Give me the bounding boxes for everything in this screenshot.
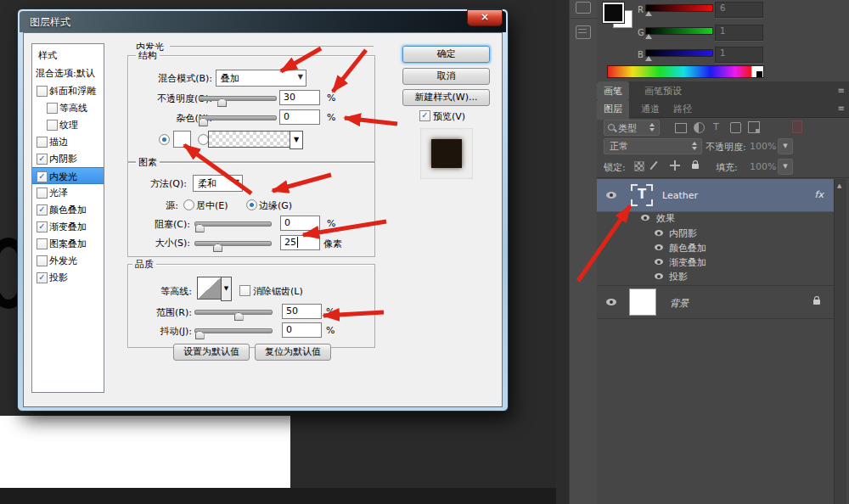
source-edge-radio[interactable] (246, 199, 257, 210)
green-slider-track[interactable] (645, 27, 713, 35)
layers-scrollbar[interactable]: ▲ (834, 179, 846, 504)
styles-item-contour[interactable]: 等高线 (32, 99, 104, 116)
styles-item-bevel-emboss[interactable]: 斜面和浮雕 (32, 82, 104, 99)
foreground-color-swatch[interactable] (603, 3, 624, 23)
set-default-button[interactable]: 设置为默认值 (173, 344, 250, 361)
styles-item-inner-glow-selected[interactable]: ✓ 内发光 (32, 167, 104, 184)
styles-item-gradient-overlay[interactable]: ✓ 渐变叠加 (32, 218, 104, 235)
opacity-slider-thumb[interactable] (217, 98, 227, 107)
styles-item-color-overlay[interactable]: ✓ 颜色叠加 (32, 201, 104, 218)
text-layer-thumbnail[interactable]: T (631, 184, 653, 206)
contour-dropdown-button[interactable]: ▼ (221, 277, 232, 301)
red-value-field[interactable]: 6 (715, 2, 763, 18)
red-slider-thumb[interactable] (645, 11, 652, 16)
source-center-radio[interactable] (183, 199, 194, 210)
layer-filter-combo[interactable]: 类型 (604, 120, 660, 136)
opacity-field[interactable]: 30 (279, 90, 320, 105)
size-slider[interactable] (194, 241, 272, 246)
color-ramp[interactable] (607, 65, 764, 78)
glow-color-radio[interactable] (159, 134, 170, 145)
range-slider-thumb[interactable] (234, 312, 244, 321)
style-checkbox[interactable]: ✓ (37, 272, 48, 283)
panel-menu-icon[interactable]: ≡ (838, 104, 845, 113)
dialog-titlebar[interactable]: 图层样式 (20, 11, 506, 32)
blend-mode-combo[interactable]: 叠加 ▼ (216, 70, 306, 87)
green-value-field[interactable]: 1 (715, 25, 763, 41)
filter-toggle-icon[interactable] (792, 120, 802, 133)
close-button[interactable]: × (467, 9, 503, 26)
technique-combo[interactable]: 柔和 ▼ (193, 175, 243, 192)
styles-item-texture[interactable]: 纹理 (32, 116, 104, 133)
range-field[interactable]: 50 (282, 304, 322, 319)
style-checkbox[interactable]: ✓ (37, 204, 48, 216)
effect-item[interactable]: 渐变叠加 (669, 256, 706, 269)
tab-paths[interactable]: 路径 (666, 99, 699, 120)
layer-opacity-dropdown[interactable]: ▼ (778, 138, 793, 154)
style-checkbox[interactable]: ✓ (37, 221, 48, 232)
layer-fx-badge[interactable]: fx (815, 189, 824, 200)
styles-item-inner-shadow[interactable]: ✓ 内阴影 (32, 150, 104, 167)
scrollbar-up-icon[interactable]: ▲ (837, 182, 841, 189)
jitter-slider[interactable] (194, 328, 273, 333)
jitter-slider-thumb[interactable] (195, 331, 205, 339)
ok-button[interactable]: 确定 (402, 46, 490, 63)
filter-pixel-layers-icon[interactable] (675, 123, 687, 133)
style-checkbox[interactable]: ✓ (37, 154, 48, 165)
contour-thumbnail[interactable] (197, 277, 222, 300)
range-slider[interactable] (194, 310, 273, 315)
visibility-eye-icon[interactable] (655, 273, 663, 279)
new-style-button[interactable]: 新建样式(W)... (402, 89, 490, 106)
visibility-eye-icon[interactable] (655, 259, 663, 265)
effects-header[interactable]: 效果 (656, 212, 675, 225)
style-checkbox[interactable] (47, 120, 58, 131)
size-slider-thumb[interactable] (213, 244, 222, 252)
effect-item[interactable]: 内阴影 (669, 227, 697, 240)
filter-adjustment-layers-icon[interactable] (694, 122, 705, 133)
choke-field[interactable]: 0 (280, 216, 320, 231)
layer-opacity-value[interactable]: 100% (750, 141, 776, 152)
panel-menu-icon[interactable]: ≡ (838, 86, 845, 95)
filter-type-layers-icon[interactable]: T (713, 121, 719, 132)
glow-color-swatch[interactable] (173, 131, 191, 148)
jitter-field[interactable]: 0 (282, 322, 322, 338)
size-field[interactable]: 25 (280, 235, 320, 250)
dock-brush-icon[interactable] (576, 2, 591, 14)
background-layer-thumbnail[interactable] (629, 288, 656, 316)
visibility-eye-icon[interactable] (655, 230, 663, 236)
style-checkbox[interactable] (47, 103, 58, 114)
visibility-eye-icon[interactable] (641, 215, 649, 221)
tab-layers[interactable]: 图层 (597, 99, 629, 120)
visibility-eye-icon[interactable] (606, 192, 616, 199)
preview-checkbox[interactable]: ✓ (419, 110, 430, 121)
blue-value-field[interactable]: 1 (715, 47, 763, 63)
gradient-dropdown-button[interactable]: ▼ (290, 131, 303, 149)
styles-item-drop-shadow[interactable]: ✓ 投影 (32, 269, 104, 286)
style-checkbox[interactable] (37, 255, 48, 266)
styles-item-blending-options[interactable]: 混合选项:默认 (32, 64, 104, 81)
layer-name[interactable]: Leather (662, 190, 698, 201)
lock-all-icon[interactable] (692, 164, 699, 169)
effect-item[interactable]: 颜色叠加 (669, 242, 706, 255)
style-checkbox[interactable] (37, 86, 48, 97)
styles-item-pattern-overlay[interactable]: 图案叠加 (32, 235, 104, 252)
tab-channels[interactable]: 通道 (634, 99, 666, 120)
glow-gradient-bar[interactable] (208, 131, 290, 148)
antialias-checkbox[interactable] (239, 285, 250, 296)
styles-item-satin[interactable]: 光泽 (32, 184, 104, 201)
fill-value[interactable]: 100% (750, 161, 776, 172)
layer-blend-mode-combo[interactable]: 正常 (604, 138, 702, 154)
dock-panel-icon[interactable] (576, 25, 591, 39)
choke-slider[interactable] (194, 221, 272, 227)
opacity-slider[interactable] (199, 96, 277, 101)
visibility-eye-icon[interactable] (606, 299, 616, 305)
filter-shape-layers-icon[interactable] (730, 122, 741, 133)
layer-row-leather[interactable]: T Leather fx (597, 179, 834, 212)
choke-slider-thumb[interactable] (195, 224, 205, 232)
noise-slider-thumb[interactable] (199, 118, 208, 126)
noise-slider[interactable] (199, 115, 277, 120)
styles-item-outer-glow[interactable]: 外发光 (32, 252, 104, 269)
blue-slider-track[interactable] (645, 49, 713, 57)
noise-field[interactable]: 0 (279, 109, 320, 125)
style-checkbox[interactable] (37, 137, 48, 148)
style-checkbox[interactable] (37, 188, 48, 199)
